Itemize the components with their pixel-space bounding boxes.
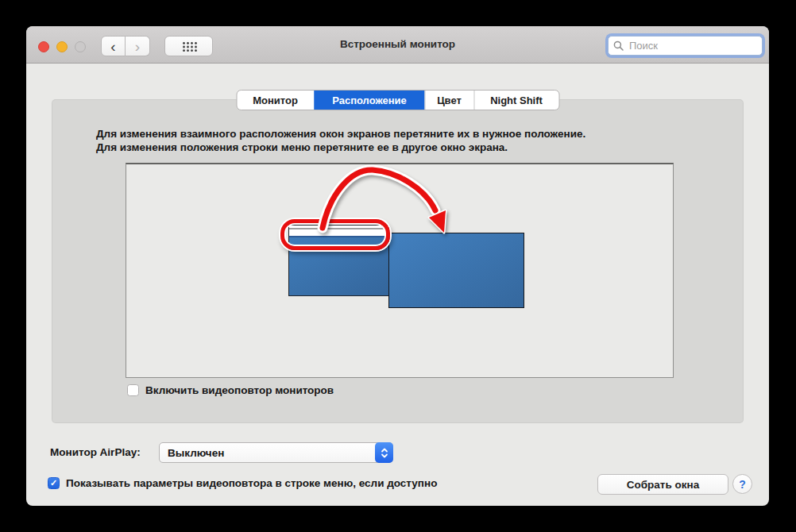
mirroring-options-checkbox[interactable]: ✓ xyxy=(48,477,60,489)
red-highlight-oval xyxy=(280,219,390,250)
gather-windows-button[interactable]: Собрать окна xyxy=(597,474,728,495)
tab-night-shift[interactable]: Night Shift xyxy=(473,91,558,110)
mirror-checkbox-label[interactable]: Включить видеоповтор мониторов xyxy=(145,384,334,396)
gather-windows-label: Собрать окна xyxy=(627,479,699,491)
tab-monitor[interactable]: Монитор xyxy=(237,91,314,110)
checkmark-icon: ✓ xyxy=(50,479,57,488)
right-display-thumbnail[interactable] xyxy=(388,233,524,308)
airplay-selected-value: Выключен xyxy=(168,447,224,459)
tab-bar: Монитор Расположение Цвет Night Shift xyxy=(236,90,559,110)
up-down-chevrons-icon xyxy=(381,447,388,459)
instruction-line-1: Для изменения взаимного расположения око… xyxy=(96,127,585,141)
popup-stepper xyxy=(375,442,393,463)
help-button[interactable]: ? xyxy=(732,474,752,494)
tab-arrangement[interactable]: Расположение xyxy=(314,91,424,110)
titlebar: ‹ › Встроенный монитор xyxy=(26,26,769,64)
system-preferences-window: ‹ › Встроенный монитор Монитор Расположе… xyxy=(26,26,769,506)
mirror-displays-row: Включить видеоповтор мониторов xyxy=(127,384,334,396)
tab-label: Монитор xyxy=(253,94,298,106)
instruction-text: Для изменения взаимного расположения око… xyxy=(96,127,585,154)
help-icon: ? xyxy=(739,478,746,491)
tab-label: Цвет xyxy=(437,94,462,106)
show-mirroring-options-row: ✓ Показывать параметры видеоповтора в ст… xyxy=(48,477,437,489)
instruction-line-2: Для изменения положения строки меню пере… xyxy=(96,141,585,154)
tab-label: Night Shift xyxy=(490,94,543,106)
mirroring-options-label[interactable]: Показывать параметры видеоповтора в стро… xyxy=(66,477,437,489)
airplay-popup-button[interactable]: Выключен xyxy=(159,442,393,463)
tab-color[interactable]: Цвет xyxy=(424,91,473,110)
search-icon xyxy=(613,40,624,51)
display-arrangement-area[interactable] xyxy=(126,163,674,378)
search-input[interactable] xyxy=(628,39,757,52)
mirror-checkbox[interactable] xyxy=(127,384,139,396)
airplay-label: Монитор AirPlay: xyxy=(50,446,141,458)
search-field[interactable] xyxy=(608,36,763,56)
tab-label: Расположение xyxy=(332,94,407,106)
